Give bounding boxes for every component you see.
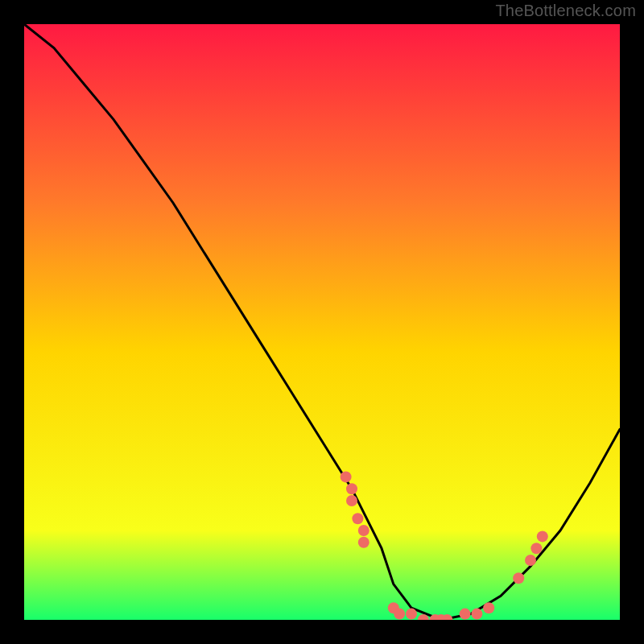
data-point: [352, 513, 363, 524]
app-frame: TheBottleneck.com: [0, 0, 644, 644]
data-point: [346, 483, 357, 494]
data-point: [358, 537, 369, 548]
chart-plot: [24, 24, 620, 620]
data-point: [394, 609, 405, 620]
data-point: [406, 609, 417, 620]
data-point: [358, 525, 369, 536]
data-point: [346, 495, 357, 506]
data-point: [530, 543, 542, 554]
data-point: [525, 555, 536, 566]
data-point: [537, 530, 548, 542]
gradient-background: [24, 24, 620, 620]
data-point: [460, 609, 471, 620]
data-point: [471, 609, 482, 620]
data-point: [483, 602, 494, 613]
data-point: [513, 572, 524, 584]
chart-svg: [24, 24, 620, 620]
data-point: [341, 471, 352, 482]
watermark-label: TheBottleneck.com: [495, 2, 636, 20]
